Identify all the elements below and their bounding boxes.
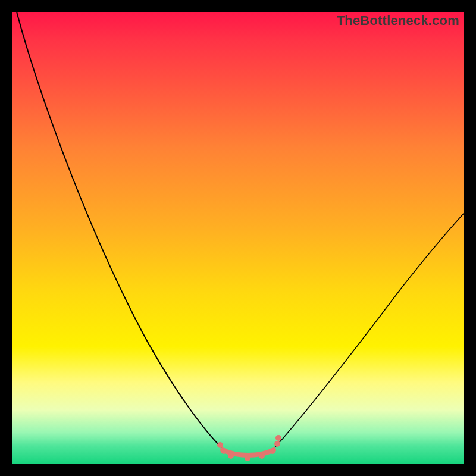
curve-right-branch <box>275 213 464 447</box>
marker-dot <box>228 453 234 459</box>
bottleneck-chart: TheBottleneck.com <box>12 12 464 464</box>
marker-dot <box>217 442 223 448</box>
marker-dot <box>275 435 281 441</box>
curve-left-branch <box>17 12 221 447</box>
marker-dot <box>221 448 227 454</box>
marker-dot <box>259 453 265 459</box>
marker-dot <box>245 455 250 461</box>
marker-dot <box>270 448 275 454</box>
curve-svg <box>12 12 464 464</box>
marker-dot <box>274 441 280 447</box>
